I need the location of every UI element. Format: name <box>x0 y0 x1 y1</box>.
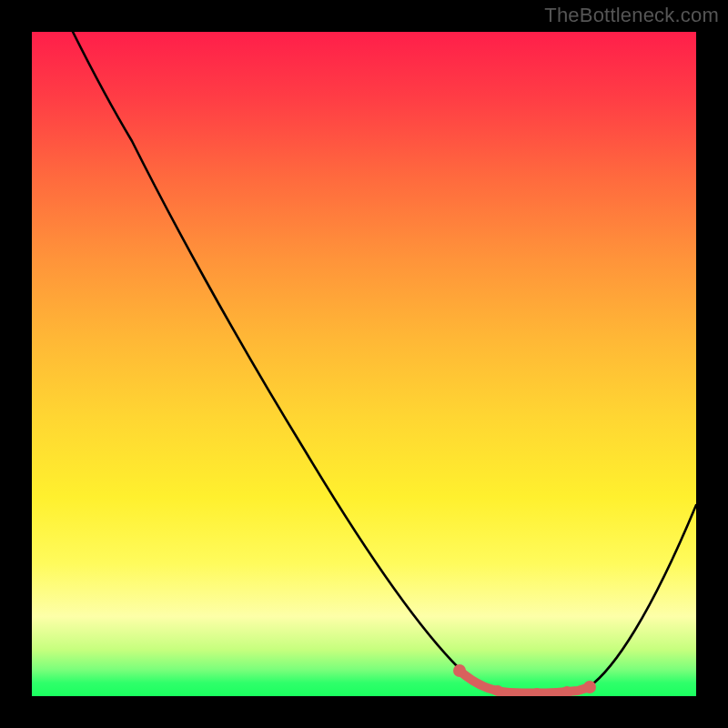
main-curve-path <box>73 32 696 693</box>
accent-start-dot <box>453 664 466 677</box>
chart-frame: TheBottleneck.com <box>0 0 728 728</box>
accent-mid-dot-1 <box>492 685 503 696</box>
plot-area <box>32 32 696 696</box>
bottleneck-curve <box>32 32 696 696</box>
accent-end-dot <box>583 681 596 693</box>
watermark-text: TheBottleneck.com <box>544 4 719 27</box>
